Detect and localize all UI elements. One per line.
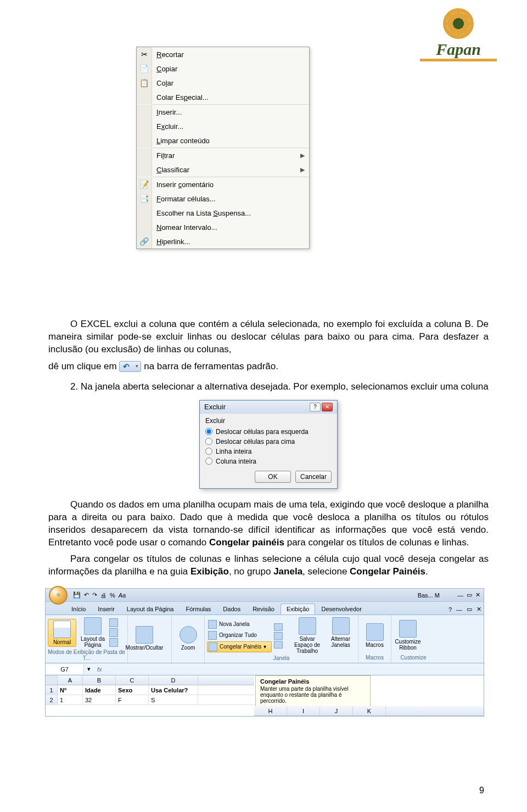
ribbon-tab[interactable]: Exibição (281, 604, 316, 614)
salvar-espaco-button[interactable]: Salvar Espaço de Trabalho (291, 616, 323, 655)
view-icon[interactable] (109, 628, 118, 637)
ribbon-tab[interactable]: Layout da Página (121, 604, 180, 614)
close-icon[interactable]: ✕ (474, 604, 484, 614)
paragraph-text: . (425, 566, 428, 577)
radio-input[interactable] (205, 458, 212, 465)
zoom-button[interactable]: Zoom (174, 625, 202, 652)
customize-icon (399, 620, 417, 638)
close-icon[interactable]: ✕ (475, 591, 480, 599)
hide-icon[interactable] (274, 632, 283, 640)
cell-context-menu[interactable]: ✂Recortar📄Copiar📋ColarColar Especial...I… (136, 47, 310, 249)
col-header[interactable]: K (353, 706, 386, 715)
col-header[interactable]: I (287, 706, 320, 715)
qat-icon[interactable]: % (110, 592, 115, 599)
ribbon-tab[interactable]: Início (65, 604, 92, 614)
cell[interactable]: Sexo (116, 685, 149, 695)
name-box[interactable]: G7 (46, 664, 84, 674)
cell[interactable]: 32 (83, 695, 116, 704)
radio-input[interactable] (205, 438, 212, 445)
maximize-icon[interactable]: ▭ (467, 591, 472, 599)
radio-deslocar-esquerda[interactable]: Deslocar células para esquerda (205, 427, 332, 437)
view-icon[interactable] (109, 618, 118, 627)
nova-janela-button[interactable]: Nova Janela (207, 619, 272, 629)
radio-input[interactable] (205, 428, 212, 435)
ribbon-tab[interactable]: Revisão (246, 604, 281, 614)
col-header[interactable]: D (149, 675, 198, 685)
qat-icon[interactable]: Aa (119, 592, 126, 599)
help-button[interactable]: ? (310, 403, 321, 411)
restore-icon[interactable]: ▭ (464, 604, 474, 614)
menu-label: Excluir... (152, 122, 309, 131)
menu-item[interactable]: 📑Formatar células... (137, 191, 309, 206)
row-header[interactable]: 2 (46, 695, 58, 704)
menu-item[interactable]: Classificar▶ (137, 162, 309, 177)
menu-item[interactable]: Colar Especial... (137, 90, 309, 104)
normal-view-button[interactable]: Normal (48, 619, 76, 647)
menu-item[interactable]: Filtrar▶ (137, 148, 309, 162)
alternar-janelas-button[interactable]: Alternar Janelas (326, 616, 356, 655)
ribbon-tab[interactable]: Inserir (92, 604, 121, 614)
menu-item[interactable]: Escolher na Lista Suspensa... (137, 206, 309, 220)
col-header[interactable]: J (320, 706, 353, 715)
cell[interactable]: S (149, 695, 198, 704)
menu-item[interactable]: 📄Copiar (137, 61, 309, 76)
menu-item[interactable]: Limpar conteúdo (137, 133, 309, 148)
row-header[interactable]: 1 (46, 685, 58, 695)
ribbon-tab[interactable]: Dados (217, 604, 246, 614)
layout-pagina-button[interactable]: Layout da Página (79, 616, 107, 649)
cancel-button[interactable]: Cancelar (295, 471, 332, 483)
group-label: Janela (207, 655, 356, 662)
ribbon-tab[interactable]: Desenvolvedor (315, 604, 367, 614)
qat-icon[interactable]: ↶ (84, 591, 89, 599)
radio-coluna-inteira[interactable]: Coluna inteira (205, 456, 332, 466)
close-button[interactable]: ✕ (322, 403, 333, 411)
menu-item[interactable]: 📋Colar (137, 76, 309, 90)
qat-icon[interactable]: ↷ (92, 591, 97, 599)
office-button[interactable]: ⊞ (49, 586, 68, 605)
col-header[interactable]: B (83, 675, 116, 685)
col-header[interactable]: C (116, 675, 149, 685)
menu-item[interactable]: Nomear Intervalo... (137, 220, 309, 234)
mostrar-ocultar-button[interactable]: Mostrar/Ocultar (130, 625, 159, 652)
organizar-tudo-button[interactable]: Organizar Tudo (207, 630, 272, 640)
customize-ribbon-button[interactable]: Customize Ribbon (394, 619, 422, 652)
col-header[interactable]: H (254, 706, 287, 715)
congelar-paineis-button[interactable]: Congelar Painéis ▾ (207, 641, 272, 652)
menu-item[interactable]: Inserir... (137, 105, 309, 119)
ok-button[interactable]: OK (255, 471, 291, 483)
menu-item[interactable]: 🔗Hiperlink... (137, 234, 309, 249)
menu-label: Formatar células... (152, 195, 309, 203)
qat-icon[interactable]: 🖨 (100, 592, 106, 599)
formula-bar: G7 ▾ fx (46, 663, 484, 675)
menu-item[interactable]: 📝Inserir comentário (137, 177, 309, 191)
cell[interactable]: F (116, 695, 149, 704)
col-header[interactable]: A (58, 675, 83, 685)
freeze-icon (209, 642, 217, 651)
cell[interactable]: Usa Celular? (149, 685, 198, 695)
body-paragraph-1b: dê um clique em na barra de ferramentas … (48, 360, 489, 373)
cell[interactable]: Nº (58, 685, 83, 695)
namebox-dropdown[interactable]: ▾ (84, 666, 94, 673)
qat-icon[interactable]: 💾 (73, 591, 81, 599)
view-icon[interactable] (109, 638, 118, 647)
split-icon[interactable] (274, 623, 283, 631)
logo-text: Fapan (420, 41, 497, 58)
minimize-icon[interactable]: — (454, 605, 464, 614)
fx-label[interactable]: fx (94, 666, 105, 673)
bold-text: Exibição (190, 566, 229, 577)
minimize-icon[interactable]: — (457, 592, 463, 599)
radio-input[interactable] (205, 448, 212, 455)
radio-linha-inteira[interactable]: Linha inteira (205, 447, 332, 456)
cell[interactable]: Idade (83, 685, 116, 695)
select-all-corner[interactable] (46, 675, 58, 685)
bold-text: Janela (273, 566, 302, 577)
radio-deslocar-cima[interactable]: Deslocar células para cima (205, 437, 332, 447)
cell[interactable]: 1 (58, 695, 83, 704)
help-icon[interactable]: ? (446, 605, 454, 614)
menu-item[interactable]: Excluir... (137, 119, 309, 133)
paragraph-text: na barra de ferramentas padrão. (144, 361, 278, 371)
macros-button[interactable]: Macros (361, 622, 389, 649)
unhide-icon[interactable] (274, 641, 283, 649)
menu-item[interactable]: ✂Recortar (137, 47, 309, 61)
ribbon-tab[interactable]: Fórmulas (180, 604, 217, 614)
